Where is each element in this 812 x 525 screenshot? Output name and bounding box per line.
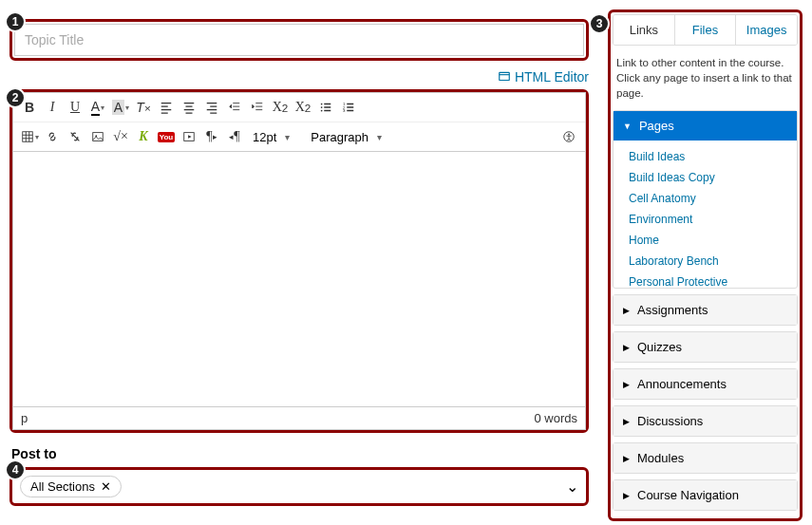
svg-text:3: 3 bbox=[343, 108, 346, 113]
acc-label: Pages bbox=[639, 119, 674, 133]
align-center-icon[interactable] bbox=[179, 97, 199, 118]
page-link[interactable]: Personal Protective Equipment bbox=[614, 272, 797, 288]
callout-2: 2 bbox=[5, 87, 26, 108]
chevron-down-icon[interactable]: ⌄ bbox=[566, 478, 578, 496]
post-to-chip[interactable]: All Sections ✕ bbox=[20, 476, 122, 497]
post-to-field[interactable]: All Sections ✕ ⌄ bbox=[9, 467, 589, 506]
page-link[interactable]: Cell Anatomy bbox=[614, 188, 797, 209]
paragraph-format-select[interactable]: Paragraph bbox=[305, 128, 386, 146]
editor-region: B I U A▾ A▾ T× X2 X2 123 ▾ √× K You ¶▸ ◂… bbox=[9, 89, 589, 433]
align-right-icon[interactable] bbox=[201, 97, 222, 118]
table-icon[interactable]: ▾ bbox=[19, 126, 40, 147]
page-link[interactable]: Laboratory Bench bbox=[614, 251, 797, 272]
italic-icon[interactable]: I bbox=[42, 97, 63, 118]
image-icon[interactable] bbox=[87, 126, 108, 147]
unlink-icon[interactable] bbox=[65, 126, 85, 147]
page-link[interactable]: Home bbox=[614, 230, 797, 251]
post-to-label: Post to bbox=[11, 446, 589, 461]
sidebar-tabs: Links Files Images bbox=[613, 14, 798, 46]
callout-3: 3 bbox=[589, 13, 610, 34]
caret-right-icon: ▶ bbox=[623, 343, 630, 352]
indent-icon[interactable] bbox=[247, 97, 268, 118]
bg-color-icon[interactable]: A▾ bbox=[110, 97, 131, 118]
superscript-icon[interactable]: X2 bbox=[270, 97, 291, 118]
chip-label: All Sections bbox=[30, 479, 95, 494]
acc-label: Modules bbox=[637, 451, 684, 465]
ltr-icon[interactable]: ¶▸ bbox=[201, 126, 222, 147]
accordion-quizzes[interactable]: ▶Quizzes bbox=[613, 331, 798, 363]
acc-label: Course Navigation bbox=[637, 488, 739, 502]
acc-label: Assignments bbox=[637, 303, 708, 317]
editor-toolbar: B I U A▾ A▾ T× X2 X2 123 ▾ √× K You ¶▸ ◂… bbox=[12, 92, 586, 151]
acc-label: Quizzes bbox=[637, 340, 682, 354]
svg-rect-7 bbox=[22, 132, 32, 142]
caret-down-icon: ▼ bbox=[623, 122, 632, 131]
align-left-icon[interactable] bbox=[156, 97, 177, 118]
text-color-icon[interactable]: A▾ bbox=[87, 97, 108, 118]
svg-rect-8 bbox=[93, 133, 104, 141]
rtl-icon[interactable]: ◂¶ bbox=[224, 126, 245, 147]
subscript-icon[interactable]: X2 bbox=[293, 97, 313, 118]
pages-list: Build Ideas Build Ideas Copy Cell Anatom… bbox=[614, 141, 797, 288]
accordion-announcements[interactable]: ▶Announcements bbox=[613, 368, 798, 400]
html-editor-label: HTML Editor bbox=[515, 69, 589, 84]
clear-format-icon[interactable]: T× bbox=[133, 97, 154, 118]
tab-files[interactable]: Files bbox=[674, 15, 736, 45]
font-size-select[interactable]: 12pt bbox=[247, 128, 293, 146]
outdent-icon[interactable] bbox=[224, 97, 245, 118]
content-selector-region: Links Files Images Link to other content… bbox=[608, 9, 803, 521]
caret-right-icon: ▶ bbox=[623, 417, 630, 426]
tab-links[interactable]: Links bbox=[614, 15, 674, 45]
equation-icon[interactable]: √× bbox=[110, 126, 131, 147]
editor-status-bar: p 0 words bbox=[12, 407, 586, 430]
svg-point-12 bbox=[568, 134, 570, 136]
caret-right-icon: ▶ bbox=[623, 380, 630, 389]
svg-point-3 bbox=[321, 110, 323, 112]
caret-right-icon: ▶ bbox=[623, 306, 630, 315]
youtube-icon[interactable]: You bbox=[156, 126, 177, 147]
acc-label: Discussions bbox=[637, 414, 703, 428]
topic-title-input[interactable] bbox=[14, 24, 584, 56]
sidebar-help-text: Link to other content in the course. Cli… bbox=[613, 46, 798, 110]
callout-1: 1 bbox=[5, 11, 26, 32]
callout-4: 4 bbox=[5, 459, 26, 480]
chip-remove-icon[interactable]: ✕ bbox=[101, 479, 111, 494]
accordion-discussions[interactable]: ▶Discussions bbox=[613, 405, 798, 437]
svg-point-2 bbox=[321, 106, 323, 108]
number-list-icon[interactable]: 123 bbox=[338, 97, 359, 118]
link-icon[interactable] bbox=[42, 126, 63, 147]
accessibility-icon[interactable] bbox=[558, 126, 579, 147]
accordion-coursenav[interactable]: ▶Course Navigation bbox=[613, 479, 798, 511]
kaltura-icon[interactable]: K bbox=[133, 126, 154, 147]
svg-rect-0 bbox=[500, 72, 510, 80]
tab-images[interactable]: Images bbox=[735, 15, 797, 45]
word-count: 0 words bbox=[534, 411, 577, 425]
accordion-modules[interactable]: ▶Modules bbox=[613, 442, 798, 474]
page-link[interactable]: Build Ideas bbox=[614, 146, 797, 167]
svg-point-1 bbox=[321, 103, 323, 105]
page-link[interactable]: Environment bbox=[614, 209, 797, 230]
accordion-pages-header[interactable]: ▼Pages bbox=[614, 111, 797, 141]
accordion-pages: ▼Pages Build Ideas Build Ideas Copy Cell… bbox=[613, 110, 798, 289]
editor-path: p bbox=[21, 411, 28, 425]
caret-right-icon: ▶ bbox=[623, 491, 630, 500]
bullet-list-icon[interactable] bbox=[315, 97, 336, 118]
editor-textarea[interactable] bbox=[12, 151, 586, 407]
title-region bbox=[9, 19, 589, 61]
page-link[interactable]: Build Ideas Copy bbox=[614, 167, 797, 188]
acc-label: Announcements bbox=[637, 377, 727, 391]
media-icon[interactable] bbox=[179, 126, 199, 147]
underline-icon[interactable]: U bbox=[65, 97, 85, 118]
accordion-assignments[interactable]: ▶Assignments bbox=[613, 294, 798, 326]
caret-right-icon: ▶ bbox=[623, 454, 630, 463]
html-editor-toggle[interactable]: HTML Editor bbox=[9, 68, 589, 85]
